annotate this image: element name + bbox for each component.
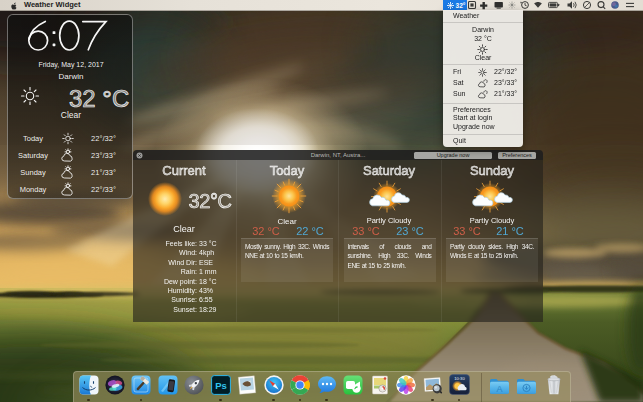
svg-text:10:30: 10:30	[454, 376, 465, 381]
svg-text:Ps: Ps	[215, 380, 227, 391]
svg-text:A: A	[496, 384, 502, 394]
